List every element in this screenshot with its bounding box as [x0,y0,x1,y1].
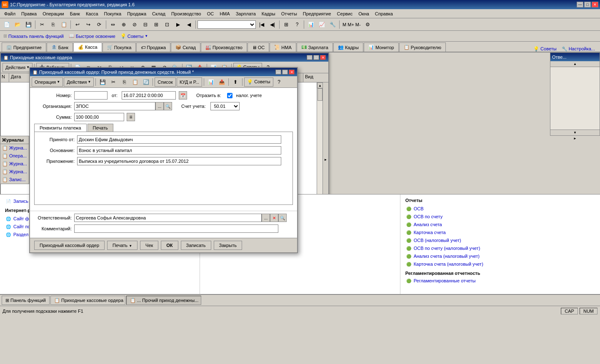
task-panel-functions[interactable]: ⊞ Панель функций [2,296,50,305]
input-accepted[interactable] [77,135,281,144]
tab-os[interactable]: 🖥 ОС [248,42,270,52]
input-date[interactable] [122,91,176,100]
responsible-clear-btn[interactable]: ✕ [270,214,278,222]
menu-windows[interactable]: Окна [356,10,372,17]
header-settings[interactable]: 🔧 Настройка... [562,46,595,52]
org-browse-btn[interactable]: ... [155,102,164,110]
inner-close[interactable]: ✕ [320,55,326,60]
journal-item3[interactable]: 📋 Журна... [0,160,29,168]
menu-nma[interactable]: НМА [217,10,232,17]
modal-tb7[interactable]: 📤 [217,77,227,87]
link-osv[interactable]: 🟢 ОСВ [405,205,595,212]
tb-misc4[interactable]: 📈 [317,20,327,29]
link-regulated[interactable]: 🟢 Регламентированные отчеты [405,277,595,284]
modal-list-btn[interactable]: Список [155,77,176,87]
tab-monitor[interactable]: 📊 Монитор [364,42,399,52]
close-button[interactable]: ✕ [592,2,598,7]
modal-actions-btn[interactable]: Действия ▼ [64,77,94,87]
quick-tips[interactable]: 💡 Советы ▼ [120,33,148,39]
menu-edit[interactable]: Правка [19,10,39,17]
copy-button[interactable]: ⎘ [48,20,58,29]
tab-management[interactable]: 📋 Руководителю [399,42,446,52]
menu-kassa[interactable]: Касса [83,10,101,17]
tb-misc3[interactable]: 📊 [306,20,316,29]
menu-purchase[interactable]: Покупка [102,10,124,17]
modal-operation-btn[interactable]: Операция ▼ [32,77,63,87]
inner-minimize[interactable]: — [307,55,312,60]
tb-nav7[interactable]: ▶ [173,20,183,29]
input-comment[interactable] [74,224,278,233]
tb-nav4[interactable]: ⊟ [140,20,150,29]
org-search-btn[interactable]: 🔍 [164,102,172,110]
menu-reports[interactable]: Отчеты [279,10,300,17]
btn-close[interactable]: Закрыть [214,241,242,250]
modal-tb2[interactable]: ✂ [108,77,118,87]
task-new-order[interactable]: 📋 ... Прочий приход денежны... [126,296,201,305]
modal-tb8[interactable]: ⬆ [230,77,240,87]
btn-pko[interactable]: Приходный кассовый ордер [34,241,105,250]
input-basis[interactable] [77,146,281,155]
tab-purchase[interactable]: 🛒 Покупка [102,42,136,52]
link-osv-tax[interactable]: 🟢 ОСВ (налоговый учет) [405,237,595,244]
tb-nav8[interactable]: ◀ [184,20,194,29]
modal-tb3[interactable]: ⎘ [119,77,129,87]
journal-item4[interactable]: 📋 Журна... [0,168,29,176]
tab-salary[interactable]: 💵 Зарплата [297,42,333,52]
undo-button[interactable]: ↩ [72,20,82,29]
btn-ok[interactable]: ОК [161,241,178,250]
modal-tb5[interactable]: 🔄 [141,77,151,87]
link-analysis[interactable]: 🟢 Анализ счета [405,221,595,228]
tab-staff[interactable]: 👥 Кадры [333,42,363,52]
menu-warehouse[interactable]: Склад [150,10,168,17]
input-number[interactable] [74,91,108,100]
btn-check[interactable]: Чек [140,241,158,250]
inner-actions-btn[interactable]: Действия ▼ [2,63,32,72]
save-button[interactable]: 💾 [23,20,33,29]
tab-sale[interactable]: 🏷 Продажа [136,42,170,52]
menu-enterprise[interactable]: Предприятие [300,10,334,17]
tb-misc2[interactable]: ? [292,20,302,29]
redo-button[interactable]: ↪ [83,20,93,29]
menu-staff[interactable]: Кадры [259,10,278,17]
quick-panel-functions[interactable]: ⊞ Показать панель функций [3,33,64,39]
modal-tb4[interactable]: 📋 [130,77,140,87]
menu-help[interactable]: Справка [372,10,395,17]
tab-enterprise[interactable]: 🏢 Предприятие [2,42,46,52]
journal-item1[interactable]: 📋 Журна... [0,144,29,152]
toolbar-combo[interactable] [198,20,256,29]
modal-maximize[interactable]: □ [282,70,288,75]
menu-file[interactable]: Файл [2,10,18,17]
link-analysis-tax[interactable]: 🟢 Анализ счета (налоговый учет) [405,253,595,259]
header-tips[interactable]: 💡 Советы [533,46,557,52]
tab-production[interactable]: 🏭 Производство [201,42,247,52]
modal-kud-btn[interactable]: КУД и Р... [177,77,202,87]
menu-production[interactable]: Производство [169,10,204,17]
tb-nav1[interactable]: ⇔ [108,20,118,29]
minimize-button[interactable]: — [577,2,583,7]
modal-tips-btn[interactable]: 💡 Советы [244,77,273,87]
tab-warehouse[interactable]: 📦 Склад [171,42,200,52]
modal-minimize[interactable]: — [275,70,281,75]
quick-fast-learning[interactable]: 📖 Быстрое освоение [69,33,115,39]
btn-save[interactable]: Записать [181,241,211,250]
tb-nav3[interactable]: ⊘ [130,20,140,29]
select-account[interactable]: 50.01 [210,102,240,110]
btn-print-dropdown[interactable]: Печать ▼ [107,241,138,250]
link-card[interactable]: 🟢 Карточка счета [405,229,595,236]
tab-kassa[interactable]: 💰 Касса [73,42,102,52]
menu-os[interactable]: ОС [205,10,217,17]
menu-operations[interactable]: Операции [40,10,66,17]
tb-srch2[interactable]: ◀| [268,20,278,29]
paste-button[interactable]: 📋 [59,20,69,29]
journal-item5[interactable]: 📋 Запис... [0,176,29,184]
cut-button[interactable]: ✂ [37,20,47,29]
date-picker-btn[interactable]: 📅 [179,91,187,100]
inner-maximize[interactable]: □ [313,55,319,60]
right-expand[interactable]: ► [550,135,600,141]
responsible-search-btn[interactable]: 🔍 [278,214,287,222]
tb-srch1[interactable]: |◀ [257,20,267,29]
scroll-up-btn[interactable]: ▲ [317,82,323,88]
link-osv-account[interactable]: 🟢 ОСВ по счету [405,213,595,220]
tb-misc5[interactable]: 🔧 [328,20,338,29]
modal-help-btn[interactable]: ? [274,77,284,87]
